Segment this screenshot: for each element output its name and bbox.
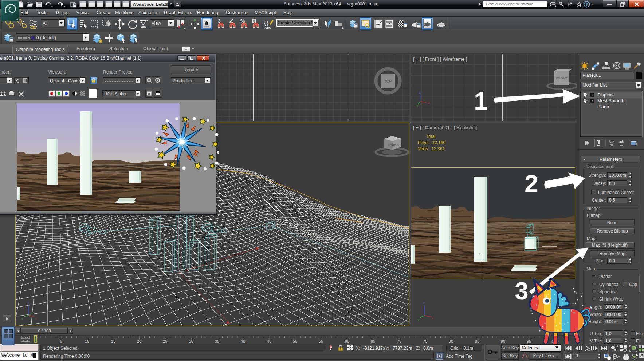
svg-text:20: 20 xyxy=(137,339,142,344)
svg-text:10: 10 xyxy=(85,339,90,344)
svg-text:25: 25 xyxy=(163,339,168,344)
svg-text:Z: Z xyxy=(419,91,421,94)
svg-text:60: 60 xyxy=(345,339,350,344)
svg-text:35: 35 xyxy=(215,339,220,344)
svg-text:FRONT: FRONT xyxy=(556,76,568,80)
svg-text:RIGHT: RIGHT xyxy=(395,143,403,146)
svg-text:90: 90 xyxy=(501,339,506,344)
svg-text:65: 65 xyxy=(371,339,376,344)
svg-text:TOP: TOP xyxy=(384,79,392,83)
svg-text:}: } xyxy=(267,20,268,26)
svg-text:{: { xyxy=(264,20,266,26)
svg-text:15: 15 xyxy=(111,339,116,344)
svg-text:z: z xyxy=(28,301,29,304)
svg-text:70: 70 xyxy=(397,339,402,344)
svg-text:X: X xyxy=(428,101,430,104)
svg-text:y: y xyxy=(21,317,23,320)
svg-text:x: x xyxy=(35,317,37,320)
svg-text:45: 45 xyxy=(267,339,272,344)
svg-text:z: z xyxy=(423,301,425,305)
svg-text:5: 5 xyxy=(60,339,62,344)
svg-text:x: x xyxy=(432,317,433,320)
svg-text:ABC: ABC xyxy=(264,26,271,29)
svg-text:Y: Y xyxy=(416,104,419,107)
svg-text:55: 55 xyxy=(319,339,323,344)
svg-text:50: 50 xyxy=(293,339,298,344)
svg-text:85: 85 xyxy=(475,339,480,344)
svg-text:30: 30 xyxy=(189,339,194,344)
svg-text:80: 80 xyxy=(449,339,453,344)
svg-text:40: 40 xyxy=(241,339,246,344)
svg-text:75: 75 xyxy=(423,339,428,344)
svg-text:?: ? xyxy=(586,2,588,7)
svg-text:y: y xyxy=(418,318,419,321)
